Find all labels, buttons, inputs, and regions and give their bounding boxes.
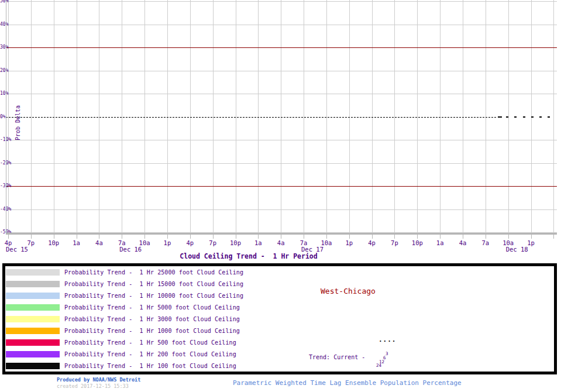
- x-tick-mark: [31, 235, 32, 239]
- y-tick-label: 30%: [0, 45, 8, 50]
- y-gridline: [6, 25, 557, 25]
- station-label: West-Chicago: [321, 287, 376, 295]
- x-tick-mark: [236, 235, 236, 239]
- zero-dashed-line: [6, 117, 497, 118]
- footer-produced-by: Produced by NOAA/NWS Detroit: [57, 377, 140, 383]
- y-gridline: [6, 140, 557, 140]
- cloud-ceiling-trend-chart: 4p7p10p1a4a7a10a1p4p7p10p1a4a7a10a1p4p7p…: [0, 0, 585, 392]
- x-tick-label: 7p: [22, 240, 40, 246]
- x-tick-mark: [8, 235, 9, 239]
- y-tick-label: 40%: [0, 22, 8, 27]
- reference-line: [6, 47, 557, 48]
- x-tick-label: 7a: [294, 240, 313, 246]
- x-tick-label: 1a: [67, 240, 86, 246]
- legend-label: Probability Trend - 1 Hr 500 foot Cloud …: [64, 340, 236, 346]
- plot-area: 4p7p10p1a4a7a10a1p4p7p10p1a4a7a10a1p4p7p…: [0, 0, 585, 263]
- legend-swatch: [6, 328, 60, 334]
- zero-line-data-dash: [548, 116, 550, 118]
- x-date-label: Dec 18: [506, 246, 528, 253]
- x-tick-mark: [258, 235, 259, 239]
- x-tick-label: 1p: [158, 240, 177, 246]
- x-axis-line: [6, 233, 557, 235]
- legend-swatch: [6, 363, 60, 369]
- x-tick-label: 7a: [476, 240, 495, 246]
- x-tick-mark: [190, 235, 191, 239]
- x-tick-label: 4a: [453, 240, 472, 246]
- x-gridline: [553, 0, 554, 233]
- x-tick-mark: [508, 235, 509, 239]
- x-tick-label: 1a: [431, 240, 449, 246]
- legend-label: Probability Trend - 1 Hr 1000 foot Cloud…: [64, 328, 240, 334]
- x-tick-mark: [417, 235, 418, 239]
- x-tick-mark: [77, 235, 77, 239]
- x-tick-label: 4p: [181, 240, 199, 246]
- zero-line-data-dash: [498, 116, 502, 118]
- x-tick-label: 10a: [135, 240, 154, 246]
- legend-swatch: [6, 339, 60, 346]
- legend-label: Probability Trend - 1 Hr 5000 foot Cloud…: [64, 305, 240, 311]
- x-date-label: Dec 16: [119, 246, 142, 253]
- y-gridline: [6, 1, 557, 2]
- x-tick-mark: [281, 235, 281, 239]
- y-tick-label: 50%: [0, 0, 8, 4]
- x-tick-label: 4p: [0, 240, 18, 246]
- y-gridline: [6, 163, 557, 164]
- x-tick-mark: [531, 235, 532, 239]
- footer-method-label: Parametric Weighted Time Lag Ensemble Po…: [233, 379, 462, 387]
- x-date-label: Dec 15: [6, 246, 28, 253]
- reference-line: [6, 186, 557, 187]
- x-tick-label: 7a: [112, 240, 131, 246]
- x-tick-label: 10a: [499, 240, 518, 246]
- y-axis-line: [6, 0, 6, 234]
- legend-label: Probability Trend - 1 Hr 100 foot Cloud …: [64, 363, 236, 369]
- zero-line-data-dash: [539, 116, 542, 118]
- legend-swatch: [6, 293, 60, 299]
- x-tick-label: 7p: [385, 240, 404, 246]
- x-tick-mark: [349, 235, 350, 239]
- zero-line-data-dash: [514, 116, 517, 118]
- x-tick-label: 10p: [226, 240, 245, 246]
- x-tick-label: 1p: [522, 240, 541, 246]
- x-tick-mark: [54, 235, 54, 239]
- y-tick-label: 10%: [0, 91, 8, 96]
- trend-current-label: Trend: Current -: [309, 355, 365, 360]
- x-tick-label: 7p: [204, 240, 222, 246]
- legend-label: Probability Trend - 1 Hr 10000 foot Clou…: [64, 293, 243, 299]
- x-tick-label: 10a: [317, 240, 336, 246]
- legend-label: Probability Trend - 1 Hr 25000 foot Clou…: [64, 270, 243, 276]
- x-tick-mark: [553, 235, 554, 239]
- zero-line-data-dash: [506, 116, 508, 118]
- x-tick-mark: [122, 235, 122, 239]
- x-tick-mark: [326, 235, 327, 239]
- x-tick-mark: [463, 235, 463, 239]
- y-axis-title: Prob Delta: [15, 105, 21, 140]
- y-gridline: [6, 71, 557, 71]
- x-tick-mark: [99, 235, 99, 239]
- legend-label: Probability Trend - 1 Hr 3000 foot Cloud…: [64, 317, 240, 322]
- x-tick-label: 1p: [340, 240, 359, 246]
- y-tick-label: 20%: [0, 68, 8, 73]
- x-tick-mark: [144, 235, 145, 239]
- zero-line-data-dash: [531, 116, 534, 118]
- x-date-label: Dec 17: [301, 246, 324, 253]
- legend-swatch: [6, 269, 60, 276]
- y-tick-label: 0%: [0, 115, 6, 119]
- x-tick-mark: [486, 235, 486, 239]
- legend-swatch: [6, 304, 60, 311]
- x-tick-mark: [372, 235, 373, 239]
- x-tick-mark: [167, 235, 168, 239]
- zero-line-data-dash: [523, 116, 525, 118]
- legend-label: Probability Trend - 1 Hr 15000 foot Clou…: [64, 281, 243, 287]
- y-gridline: [6, 94, 557, 94]
- x-tick-label: 4p: [363, 240, 381, 246]
- legend-swatch: [6, 316, 60, 322]
- x-tick-label: 4a: [271, 240, 290, 246]
- legend: Probability Trend - 1 Hr 25000 foot Clou…: [2, 263, 557, 374]
- x-tick-label: 10p: [408, 240, 426, 246]
- x-tick-label: 1a: [249, 240, 267, 246]
- legend-swatch: [6, 281, 60, 287]
- trend-current-dots: ....: [378, 336, 397, 343]
- x-tick-label: 4a: [90, 240, 108, 246]
- legend-swatch: [6, 351, 60, 357]
- chart-title: Cloud Ceiling Trend - 1 Hr Period: [180, 252, 317, 260]
